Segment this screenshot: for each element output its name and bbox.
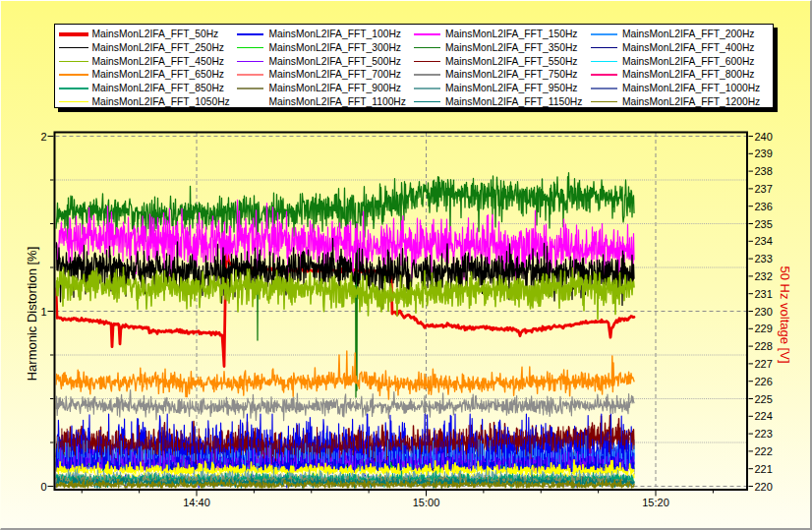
svg-text:220: 220 [755,481,773,493]
svg-text:223: 223 [755,428,773,440]
svg-text:240: 240 [755,131,773,143]
svg-text:2: 2 [40,131,46,143]
svg-text:238: 238 [755,165,773,177]
svg-text:226: 226 [755,376,773,387]
svg-text:Harmonic Distortion [%]: Harmonic Distortion [%] [25,247,39,382]
svg-text:222: 222 [755,445,773,457]
svg-text:233: 233 [755,253,773,265]
svg-text:0: 0 [40,481,46,493]
svg-text:50 Hz voltage [V]: 50 Hz voltage [V] [778,266,792,364]
svg-text:232: 232 [755,270,773,282]
svg-text:235: 235 [755,218,773,230]
svg-text:227: 227 [755,358,773,370]
svg-text:221: 221 [755,463,773,475]
svg-text:15:20: 15:20 [642,497,669,508]
svg-text:230: 230 [755,306,773,318]
svg-text:236: 236 [755,201,773,212]
svg-text:225: 225 [755,393,773,405]
svg-text:228: 228 [755,340,773,352]
svg-text:239: 239 [755,147,773,159]
svg-text:15:00: 15:00 [413,497,440,508]
svg-text:14:40: 14:40 [183,497,210,508]
svg-text:234: 234 [755,235,773,247]
svg-text:229: 229 [755,323,773,334]
svg-text:237: 237 [755,183,773,195]
svg-text:224: 224 [755,410,773,422]
svg-text:231: 231 [755,288,773,300]
svg-text:1: 1 [40,306,46,318]
